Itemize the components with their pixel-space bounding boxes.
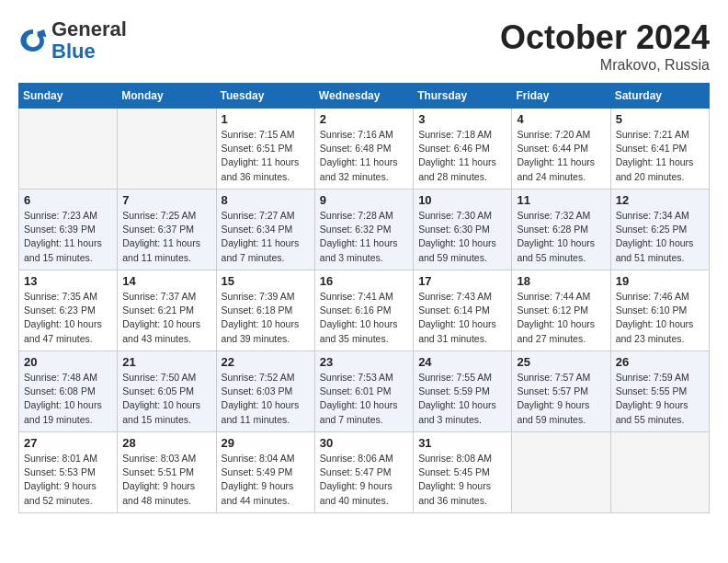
- day-info: Sunrise: 7:16 AM Sunset: 6:48 PM Dayligh…: [320, 128, 408, 184]
- calendar-cell: 29Sunrise: 8:04 AM Sunset: 5:49 PM Dayli…: [216, 432, 314, 513]
- day-number: 12: [616, 193, 704, 207]
- logo-icon: [18, 26, 48, 55]
- day-number: 15: [222, 274, 310, 288]
- day-info: Sunrise: 7:20 AM Sunset: 6:44 PM Dayligh…: [517, 128, 605, 184]
- calendar-cell: 4Sunrise: 7:20 AM Sunset: 6:44 PM Daylig…: [512, 109, 610, 190]
- day-number: 6: [24, 193, 112, 207]
- calendar-week-row: 13Sunrise: 7:35 AM Sunset: 6:23 PM Dayli…: [19, 270, 710, 351]
- day-number: 20: [24, 355, 112, 369]
- day-number: 8: [222, 193, 310, 207]
- calendar-cell: 8Sunrise: 7:27 AM Sunset: 6:34 PM Daylig…: [216, 190, 314, 270]
- day-info: Sunrise: 7:37 AM Sunset: 6:21 PM Dayligh…: [122, 290, 210, 346]
- day-number: 24: [418, 355, 506, 369]
- day-of-week-header: Sunday: [19, 84, 118, 109]
- day-info: Sunrise: 7:27 AM Sunset: 6:34 PM Dayligh…: [222, 209, 310, 265]
- day-info: Sunrise: 7:25 AM Sunset: 6:37 PM Dayligh…: [122, 209, 210, 265]
- day-info: Sunrise: 7:46 AM Sunset: 6:10 PM Dayligh…: [616, 290, 704, 346]
- day-number: 30: [320, 436, 408, 450]
- calendar-cell: [512, 432, 610, 513]
- calendar-cell: 26Sunrise: 7:59 AM Sunset: 5:55 PM Dayli…: [610, 351, 709, 432]
- day-number: 23: [320, 355, 408, 369]
- calendar-cell: 17Sunrise: 7:43 AM Sunset: 6:14 PM Dayli…: [414, 270, 512, 351]
- day-number: 9: [320, 193, 408, 207]
- day-info: Sunrise: 8:01 AM Sunset: 5:53 PM Dayligh…: [24, 452, 112, 508]
- day-info: Sunrise: 7:43 AM Sunset: 6:14 PM Dayligh…: [418, 290, 506, 346]
- calendar-cell: 31Sunrise: 8:08 AM Sunset: 5:45 PM Dayli…: [414, 432, 512, 513]
- day-number: 19: [616, 274, 704, 288]
- calendar-cell: 25Sunrise: 7:57 AM Sunset: 5:57 PM Dayli…: [512, 351, 610, 432]
- calendar-cell: 14Sunrise: 7:37 AM Sunset: 6:21 PM Dayli…: [118, 270, 216, 351]
- day-info: Sunrise: 7:15 AM Sunset: 6:51 PM Dayligh…: [222, 128, 310, 184]
- calendar-cell: 30Sunrise: 8:06 AM Sunset: 5:47 PM Dayli…: [314, 432, 413, 513]
- day-info: Sunrise: 8:08 AM Sunset: 5:45 PM Dayligh…: [418, 452, 506, 508]
- calendar-cell: 3Sunrise: 7:18 AM Sunset: 6:46 PM Daylig…: [414, 109, 512, 190]
- day-info: Sunrise: 7:50 AM Sunset: 6:05 PM Dayligh…: [122, 371, 210, 427]
- page-header: General Blue October 2024 Mrakovo, Russi…: [18, 18, 710, 74]
- day-info: Sunrise: 7:52 AM Sunset: 6:03 PM Dayligh…: [222, 371, 310, 427]
- day-number: 13: [24, 274, 112, 288]
- logo-text: General Blue: [51, 18, 127, 63]
- day-info: Sunrise: 8:04 AM Sunset: 5:49 PM Dayligh…: [222, 452, 310, 508]
- day-info: Sunrise: 7:44 AM Sunset: 6:12 PM Dayligh…: [517, 290, 605, 346]
- day-number: 21: [122, 355, 210, 369]
- calendar-week-row: 27Sunrise: 8:01 AM Sunset: 5:53 PM Dayli…: [19, 432, 710, 513]
- day-info: Sunrise: 7:35 AM Sunset: 6:23 PM Dayligh…: [24, 290, 112, 346]
- day-info: Sunrise: 7:48 AM Sunset: 6:08 PM Dayligh…: [24, 371, 112, 427]
- calendar-cell: 12Sunrise: 7:34 AM Sunset: 6:25 PM Dayli…: [610, 190, 709, 270]
- location: Mrakovo, Russia: [500, 57, 710, 74]
- day-number: 18: [517, 274, 605, 288]
- calendar-table: SundayMondayTuesdayWednesdayThursdayFrid…: [18, 83, 710, 513]
- day-number: 3: [418, 112, 506, 126]
- day-info: Sunrise: 7:53 AM Sunset: 6:01 PM Dayligh…: [320, 371, 408, 427]
- day-info: Sunrise: 7:39 AM Sunset: 6:18 PM Dayligh…: [222, 290, 310, 346]
- calendar-cell: 7Sunrise: 7:25 AM Sunset: 6:37 PM Daylig…: [118, 190, 216, 270]
- day-info: Sunrise: 8:06 AM Sunset: 5:47 PM Dayligh…: [320, 452, 408, 508]
- calendar-cell: 22Sunrise: 7:52 AM Sunset: 6:03 PM Dayli…: [216, 351, 314, 432]
- calendar-cell: [610, 432, 709, 513]
- calendar-cell: 18Sunrise: 7:44 AM Sunset: 6:12 PM Dayli…: [512, 270, 610, 351]
- day-number: 11: [517, 193, 605, 207]
- calendar-cell: 9Sunrise: 7:28 AM Sunset: 6:32 PM Daylig…: [314, 190, 413, 270]
- day-of-week-header: Friday: [512, 84, 610, 109]
- calendar-cell: 13Sunrise: 7:35 AM Sunset: 6:23 PM Dayli…: [19, 270, 118, 351]
- day-of-week-header: Thursday: [414, 84, 512, 109]
- calendar-cell: 10Sunrise: 7:30 AM Sunset: 6:30 PM Dayli…: [414, 190, 512, 270]
- day-number: 1: [222, 112, 310, 126]
- day-info: Sunrise: 7:18 AM Sunset: 6:46 PM Dayligh…: [418, 128, 506, 184]
- day-number: 4: [517, 112, 605, 126]
- day-number: 7: [122, 193, 210, 207]
- calendar-cell: 16Sunrise: 7:41 AM Sunset: 6:16 PM Dayli…: [314, 270, 413, 351]
- title-block: October 2024 Mrakovo, Russia: [500, 18, 710, 74]
- day-info: Sunrise: 7:32 AM Sunset: 6:28 PM Dayligh…: [517, 209, 605, 265]
- day-of-week-header: Monday: [118, 84, 216, 109]
- calendar-header: SundayMondayTuesdayWednesdayThursdayFrid…: [19, 84, 710, 109]
- calendar-body: 1Sunrise: 7:15 AM Sunset: 6:51 PM Daylig…: [19, 109, 710, 513]
- calendar-cell: [19, 109, 118, 190]
- day-number: 27: [24, 436, 112, 450]
- calendar-cell: 19Sunrise: 7:46 AM Sunset: 6:10 PM Dayli…: [610, 270, 709, 351]
- calendar-cell: 21Sunrise: 7:50 AM Sunset: 6:05 PM Dayli…: [118, 351, 216, 432]
- day-number: 17: [418, 274, 506, 288]
- day-number: 16: [320, 274, 408, 288]
- day-number: 22: [222, 355, 310, 369]
- calendar-cell: 11Sunrise: 7:32 AM Sunset: 6:28 PM Dayli…: [512, 190, 610, 270]
- logo-general-text: General: [51, 18, 127, 40]
- calendar-week-row: 1Sunrise: 7:15 AM Sunset: 6:51 PM Daylig…: [19, 109, 710, 190]
- calendar-cell: 23Sunrise: 7:53 AM Sunset: 6:01 PM Dayli…: [314, 351, 413, 432]
- calendar-cell: 15Sunrise: 7:39 AM Sunset: 6:18 PM Dayli…: [216, 270, 314, 351]
- day-number: 14: [122, 274, 210, 288]
- day-info: Sunrise: 7:41 AM Sunset: 6:16 PM Dayligh…: [320, 290, 408, 346]
- calendar-cell: [118, 109, 216, 190]
- calendar-cell: 27Sunrise: 8:01 AM Sunset: 5:53 PM Dayli…: [19, 432, 118, 513]
- day-number: 5: [616, 112, 704, 126]
- day-number: 28: [122, 436, 210, 450]
- calendar-cell: 24Sunrise: 7:55 AM Sunset: 5:59 PM Dayli…: [414, 351, 512, 432]
- calendar-week-row: 20Sunrise: 7:48 AM Sunset: 6:08 PM Dayli…: [19, 351, 710, 432]
- day-number: 31: [418, 436, 506, 450]
- calendar-week-row: 6Sunrise: 7:23 AM Sunset: 6:39 PM Daylig…: [19, 190, 710, 270]
- calendar-cell: 20Sunrise: 7:48 AM Sunset: 6:08 PM Dayli…: [19, 351, 118, 432]
- day-info: Sunrise: 7:30 AM Sunset: 6:30 PM Dayligh…: [418, 209, 506, 265]
- month-title: October 2024: [500, 18, 710, 57]
- logo: General Blue: [18, 18, 127, 63]
- days-of-week-row: SundayMondayTuesdayWednesdayThursdayFrid…: [19, 84, 710, 109]
